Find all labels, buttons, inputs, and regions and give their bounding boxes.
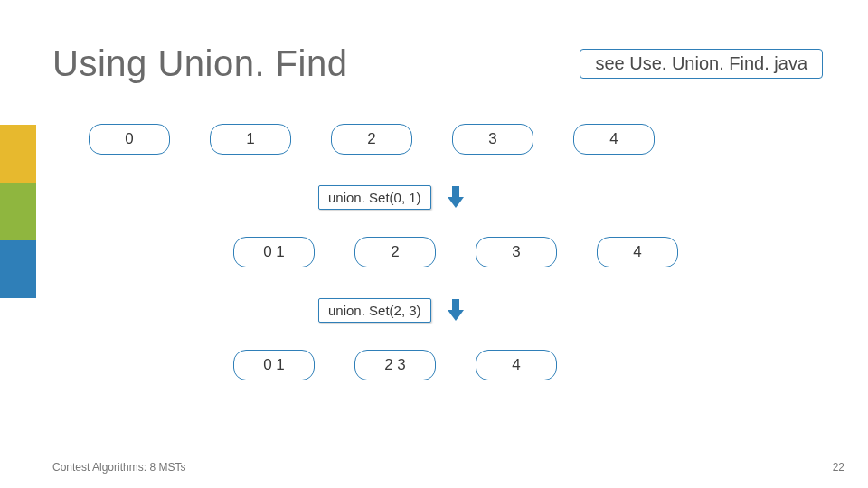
arrow-down-icon bbox=[448, 299, 464, 323]
operation-label: union. Set(0, 1) bbox=[318, 185, 431, 210]
title-row: Using Union. Find see Use. Union. Find. … bbox=[52, 43, 841, 84]
set-node: 3 bbox=[452, 124, 533, 155]
set-node: 2 bbox=[354, 237, 436, 267]
arrow-down-icon bbox=[448, 186, 464, 210]
set-node: 4 bbox=[476, 350, 557, 380]
accent-stripe-yellow bbox=[0, 125, 36, 183]
footer-left: Contest Algorithms: 8 MSTs bbox=[52, 461, 185, 474]
set-row-after-first: 0 1 2 3 4 bbox=[233, 237, 841, 267]
page-number: 22 bbox=[833, 461, 844, 474]
set-node: 0 1 bbox=[233, 350, 315, 380]
set-node: 2 bbox=[331, 124, 412, 155]
set-node: 4 bbox=[597, 237, 678, 267]
set-node: 1 bbox=[210, 124, 291, 155]
operation-row: union. Set(0, 1) bbox=[318, 185, 841, 210]
slide-body: Using Union. Find see Use. Union. Find. … bbox=[52, 43, 841, 461]
accent-sidebar bbox=[0, 125, 36, 298]
diagram-stage: 0 1 2 3 4 union. Set(0, 1) 0 1 2 3 4 uni… bbox=[89, 124, 841, 380]
accent-stripe-green bbox=[0, 183, 36, 240]
slide-footer: Contest Algorithms: 8 MSTs 22 bbox=[52, 461, 844, 474]
accent-stripe-blue bbox=[0, 240, 36, 298]
set-node: 3 bbox=[476, 237, 557, 267]
set-node: 2 3 bbox=[354, 350, 436, 380]
slide-title: Using Union. Find bbox=[52, 43, 347, 84]
set-node: 0 bbox=[89, 124, 170, 155]
set-node: 0 1 bbox=[233, 237, 315, 267]
set-row-after-second: 0 1 2 3 4 bbox=[233, 350, 841, 380]
operation-row: union. Set(2, 3) bbox=[318, 298, 841, 323]
set-node: 4 bbox=[573, 124, 655, 155]
set-row-initial: 0 1 2 3 4 bbox=[89, 124, 841, 155]
reference-box: see Use. Union. Find. java bbox=[580, 49, 823, 79]
operation-label: union. Set(2, 3) bbox=[318, 298, 431, 323]
